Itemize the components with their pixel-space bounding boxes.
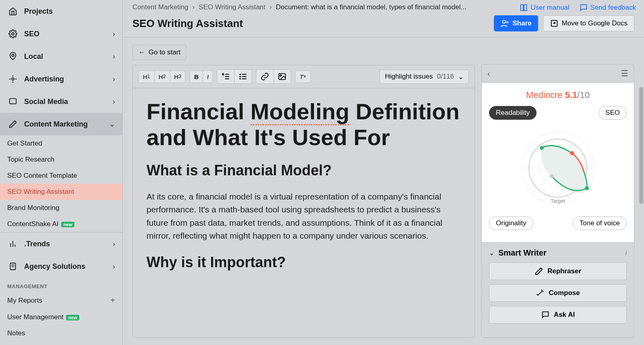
sidebar: Projects SEO › Local › Advertising › Soc… [0,0,123,345]
svg-point-1 [12,54,14,57]
nav-agency[interactable]: Agency Solutions › [0,255,122,278]
chat-icon [7,96,19,107]
italic-button[interactable]: I [203,71,213,83]
share-button[interactable]: Share [494,15,538,31]
send-feedback-link[interactable]: Send feedback [579,3,636,12]
nav-label: Local [24,52,43,61]
analysis-panel: ‹ ☰ Mediocre 5.1/10 Readability SEO [481,64,634,338]
h1-button[interactable]: H1 [139,71,155,83]
plus-icon[interactable]: + [110,296,115,305]
image-button[interactable] [274,70,291,83]
svg-rect-7 [10,99,17,104]
smart-writer-section: ⌄ Smart Writer i Rephraser Compose Ask A… [482,243,634,333]
pencil-icon [7,118,19,130]
edit-icon [535,267,543,276]
pill-seo[interactable]: SEO [599,106,627,120]
svg-text:1: 1 [223,73,224,75]
crumb-document[interactable]: Document: what is a financial model, typ… [276,3,466,11]
editor-toolbar: H1 H2 H3 B I 1 [133,65,475,88]
pill-tone[interactable]: Tone of voice [573,216,627,230]
chevron-right-icon: › [270,3,272,11]
main-area: Content Marketing › SEO Writing Assistan… [123,0,644,345]
svg-point-42 [540,146,544,150]
wand-icon [536,289,545,297]
issue-count: 0/116 [437,73,454,81]
list-ol-icon: 1 [221,72,230,81]
scrollbar[interactable] [639,87,643,204]
new-badge: new [66,315,79,320]
link-button[interactable] [256,70,274,83]
doc-icon [7,261,19,272]
doc-h2-2: Why is it Important? [147,254,461,271]
nav-content-marketing[interactable]: Content Marketing ⌄ [0,113,122,135]
svg-point-30 [240,79,241,79]
sub-get-started[interactable]: Get Started [0,135,122,152]
svg-point-45 [550,174,554,178]
top-links: User manual Send feedback [519,3,636,12]
move-to-docs-button[interactable]: Move to Google Docs [543,15,634,31]
user-plus-icon [500,19,509,28]
go-to-start-button[interactable]: ← Go to start [132,45,186,60]
collapse-panel-button[interactable]: ‹ [487,69,490,78]
nav-advertising[interactable]: Advertising › [0,68,122,90]
editor-card: H1 H2 H3 B I 1 [132,65,475,338]
chevron-down-icon[interactable]: ⌄ [489,249,494,257]
nav-local[interactable]: Local › [0,45,122,68]
chevron-down-icon: ⌄ [109,120,115,129]
nav-social[interactable]: Social Media › [0,90,122,113]
svg-point-28 [240,74,241,75]
nav-label: Agency Solutions [24,262,85,271]
chevron-right-icon: › [113,262,115,271]
mgmt-notes[interactable]: Notes [0,325,122,341]
crumb-content-marketing[interactable]: Content Marketing [132,3,188,11]
nav-label: .Trends [24,240,50,248]
h3-button[interactable]: H3 [170,71,186,83]
rephraser-button[interactable]: Rephraser [489,262,627,280]
compose-button[interactable]: Compose [489,284,627,302]
new-badge: new [61,222,74,227]
sub-seo-content-template[interactable]: SEO Content Template [0,168,122,184]
sub-contentshake[interactable]: ContentShake AInew [0,216,122,232]
clear-format-button[interactable]: T× [295,71,310,83]
arrow-left-icon: ← [138,48,145,56]
management-label: MANAGEMENT [0,278,122,292]
document-body[interactable]: Financial Modeling Definition and What I… [133,88,475,337]
pill-readability[interactable]: Readability [489,106,537,120]
sub-topic-research[interactable]: Topic Research [0,152,122,168]
nav-projects[interactable]: Projects [0,0,122,23]
user-manual-link[interactable]: User manual [519,3,569,12]
mgmt-user-management[interactable]: User Managementnew [0,309,122,325]
target-icon [7,73,19,85]
svg-point-17 [503,21,506,23]
book-icon [519,3,528,12]
h2-button[interactable]: H2 [155,71,170,83]
export-icon [550,19,559,28]
bold-button[interactable]: B [190,71,203,83]
svg-point-29 [240,76,241,77]
ol-button[interactable]: 1 [217,70,235,83]
sub-brand-monitoring[interactable]: Brand Monitoring [0,200,122,216]
nav-label: Projects [24,7,53,16]
ask-ai-button[interactable]: Ask AI [489,306,627,324]
pill-originality[interactable]: Originality [489,216,533,230]
info-icon[interactable]: i [625,249,627,257]
score-panel: Mediocre 5.1/10 Readability SEO [482,83,634,243]
panel-menu-button[interactable]: ☰ [621,69,628,78]
chevron-right-icon: › [113,240,115,248]
mgmt-my-reports[interactable]: My Reports+ [0,292,122,309]
nav-label: Advertising [24,75,64,83]
crumb-seo-writing[interactable]: SEO Writing Assistant [199,3,266,11]
svg-point-32 [280,75,282,76]
image-icon [278,72,287,81]
sub-seo-writing-assistant[interactable]: SEO Writing Assistant [0,184,122,200]
ul-button[interactable] [235,70,252,83]
nav-trends[interactable]: .Trends › [0,232,122,255]
list-ul-icon [239,72,248,81]
chevron-right-icon: › [113,52,115,61]
nav-label: Social Media [24,98,68,106]
highlight-issues-dropdown[interactable]: Highlight issues 0/116 ⌄ [380,70,469,84]
comment-icon [579,3,588,12]
chat-icon [541,310,550,319]
target-label: Target [551,198,566,204]
nav-seo[interactable]: SEO › [0,23,122,45]
